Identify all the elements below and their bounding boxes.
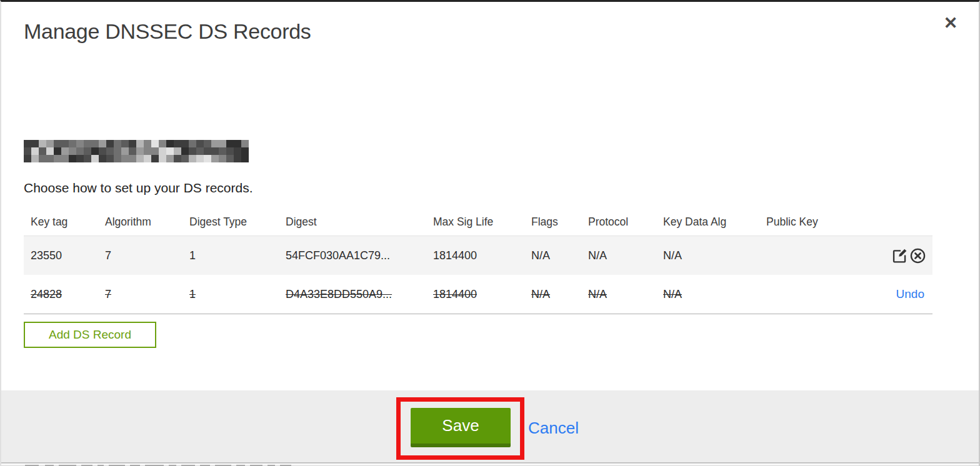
pixel-block [136, 147, 144, 155]
pixel-block [76, 140, 84, 147]
cell-max-sig-life: 1814400 [426, 249, 524, 262]
pixel-block [106, 140, 114, 147]
pixel-block [24, 140, 31, 147]
pixel-block [114, 147, 121, 155]
cell-algorithm: 7 [98, 249, 182, 262]
table-header-row: Key tag Algorithm Digest Type Digest Max… [24, 208, 932, 235]
row-actions [882, 247, 932, 264]
pixel-block [159, 147, 166, 155]
pixel-block [219, 140, 226, 147]
pixel-block [166, 155, 174, 162]
cell-key-tag: 24828 [24, 288, 98, 301]
pixel-block [99, 140, 106, 147]
pixel-block [39, 155, 46, 162]
pixel-block [196, 140, 204, 147]
pixel-block [39, 147, 46, 155]
cancel-link[interactable]: Cancel [528, 419, 579, 438]
cell-max-sig-life: 1814400 [426, 288, 524, 301]
pixel-block [219, 147, 226, 155]
pixel-block [151, 155, 159, 162]
pixel-block [46, 140, 54, 147]
pixel-block [189, 147, 196, 155]
pixel-block [121, 140, 129, 147]
pixel-block [211, 140, 219, 147]
pixel-block [159, 140, 166, 147]
cell-protocol: N/A [581, 249, 656, 262]
pixel-block [46, 155, 54, 162]
pixel-block [181, 147, 189, 155]
pixel-block [234, 140, 241, 147]
pixel-block [76, 155, 84, 162]
pixel-block [151, 147, 159, 155]
cell-algorithm: 7 [98, 288, 182, 301]
pixel-block [241, 155, 249, 162]
pixel-block [106, 147, 114, 155]
pixel-block [196, 155, 204, 162]
pixel-block [121, 155, 129, 162]
pixel-block [136, 155, 144, 162]
pixel-block [189, 155, 196, 162]
pixel-block [234, 147, 241, 155]
pixel-block [31, 147, 39, 155]
pixel-block [241, 147, 249, 155]
cell-key-tag: 23550 [24, 249, 98, 262]
pixel-block [129, 147, 136, 155]
pixel-block [31, 140, 39, 147]
column-header-key-data-alg: Key Data Alg [656, 216, 759, 229]
pixel-block [136, 140, 144, 147]
pixel-block [76, 147, 84, 155]
pixel-block [211, 147, 219, 155]
pixel-block [166, 140, 174, 147]
pixel-block [234, 155, 241, 162]
pixel-block [46, 147, 54, 155]
instruction-text: Choose how to set up your DS records. [24, 181, 253, 196]
column-header-flags: Flags [524, 216, 581, 229]
pixel-block [181, 155, 189, 162]
pixel-block [144, 155, 151, 162]
pixel-block [106, 155, 114, 162]
pixel-block [91, 155, 99, 162]
pixel-block [99, 147, 106, 155]
pixel-block [31, 155, 39, 162]
pixel-block [129, 155, 136, 162]
cell-digest: 54FCF030AA1C79... [279, 249, 426, 262]
add-ds-record-button[interactable]: Add DS Record [24, 322, 156, 348]
pixel-block [174, 155, 181, 162]
cell-protocol: N/A [581, 288, 656, 301]
pixel-block [61, 155, 69, 162]
close-icon[interactable]: ✕ [940, 12, 961, 34]
redacted-domain-name [24, 140, 249, 162]
pixel-block [144, 147, 151, 155]
pixel-block [69, 147, 76, 155]
pixel-block [54, 140, 61, 147]
pixel-block [54, 147, 61, 155]
column-header-public-key: Public Key [759, 216, 882, 229]
remove-circle-x-icon[interactable] [909, 247, 926, 264]
column-header-max-sig-life: Max Sig Life [426, 216, 524, 229]
dnssec-modal: Manage DNSSEC DS Records ✕ Choose how to… [0, 0, 980, 466]
pixel-block [226, 155, 234, 162]
pixel-block [204, 147, 211, 155]
column-header-protocol: Protocol [581, 216, 656, 229]
save-button[interactable]: Save [411, 408, 511, 447]
pixel-block [61, 140, 69, 147]
pixel-block [204, 155, 211, 162]
pixel-block [61, 147, 69, 155]
pixel-block [114, 140, 121, 147]
pixel-block [174, 140, 181, 147]
column-header-digest: Digest [279, 216, 426, 229]
pixel-block [69, 140, 76, 147]
pixel-block [84, 155, 91, 162]
pixel-block [226, 140, 234, 147]
pixel-block [151, 140, 159, 147]
pixel-block [84, 140, 91, 147]
pixel-block [84, 147, 91, 155]
pixel-block [114, 155, 121, 162]
undo-link[interactable]: Undo [896, 287, 924, 300]
pixel-block [226, 147, 234, 155]
edit-icon[interactable] [891, 247, 908, 264]
pixel-block [219, 155, 226, 162]
pixel-block [174, 147, 181, 155]
ds-record-row-active: 23550 7 1 54FCF030AA1C79... 1814400 N/A … [24, 235, 932, 275]
cell-digest-type: 1 [182, 249, 279, 262]
